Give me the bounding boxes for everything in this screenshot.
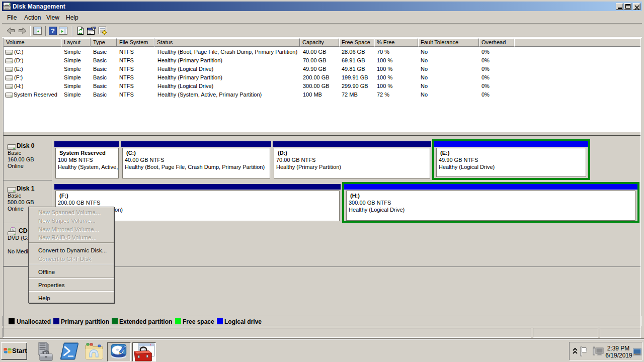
svg-text:?: ? [51,27,55,35]
